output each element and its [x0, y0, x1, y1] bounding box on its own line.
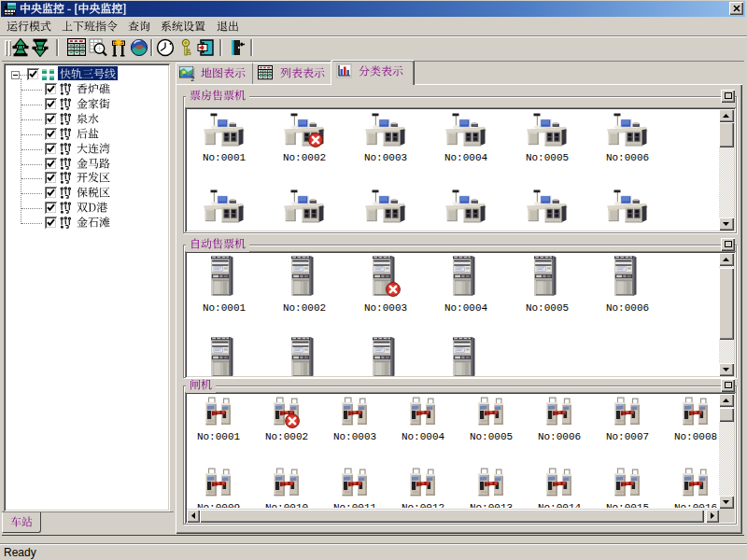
- svg-text:2: 2: [191, 76, 195, 82]
